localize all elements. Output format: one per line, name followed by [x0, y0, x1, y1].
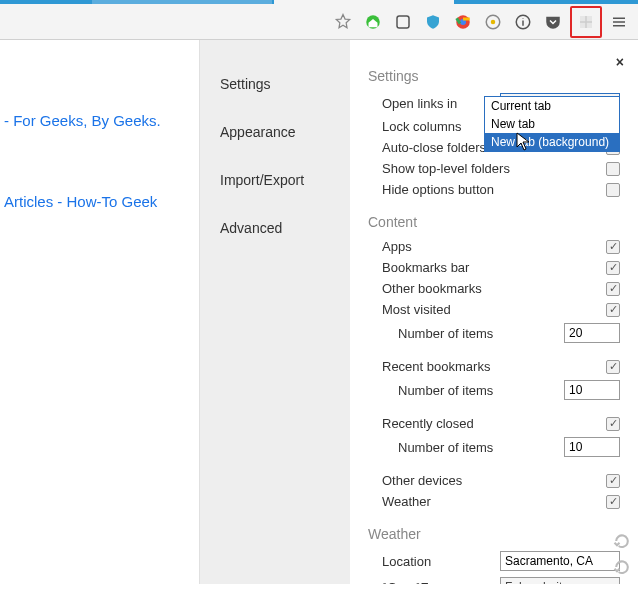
tab-new-tab[interactable]: New Tab ×: [274, 0, 454, 4]
checkbox-other-bookmarks[interactable]: [606, 282, 620, 296]
extension-dot-icon[interactable]: [480, 9, 506, 35]
page-content: - For Geeks, By Geeks. Articles - How-To…: [0, 40, 638, 584]
new-tab-left-column: - For Geeks, By Geeks. Articles - How-To…: [0, 40, 200, 584]
label-number-of-items: Number of items: [398, 383, 556, 398]
checkbox-other-devices[interactable]: [606, 474, 620, 488]
extension-pocket-icon[interactable]: [540, 9, 566, 35]
label-weather-unit: °C or °F: [382, 580, 492, 585]
svg-point-11: [491, 19, 496, 24]
options-sidebar: Settings Appearance Import/Export Advanc…: [200, 40, 350, 584]
section-heading-weather: Weather: [368, 526, 620, 542]
mouse-cursor-icon: [516, 132, 532, 156]
undo-button[interactable]: [610, 556, 634, 578]
checkbox-most-visited[interactable]: [606, 303, 620, 317]
label-recently-closed: Recently closed: [382, 416, 598, 431]
label-recent-bookmarks: Recent bookmarks: [382, 359, 598, 374]
dropdown-option[interactable]: New tab: [485, 115, 619, 133]
sidebar-item-advanced[interactable]: Advanced: [200, 204, 350, 252]
section-heading-settings: Settings: [368, 68, 620, 84]
checkbox-recently-closed[interactable]: [606, 417, 620, 431]
input-recent-bookmarks-count[interactable]: [564, 380, 620, 400]
label-open-links-in: Open links in: [382, 96, 492, 111]
label-show-top-level-folders: Show top-level folders: [382, 161, 598, 176]
browser-tabstrip: × Humble New Tab Page × New Tab × Lori: [0, 0, 638, 4]
label-other-bookmarks: Other bookmarks: [382, 281, 598, 296]
checkbox-apps[interactable]: [606, 240, 620, 254]
extension-humble-highlighted-icon[interactable]: [570, 6, 602, 38]
browser-toolbar: [0, 4, 638, 40]
extension-info-icon[interactable]: [510, 9, 536, 35]
svg-rect-7: [397, 16, 409, 28]
select-weather-unit[interactable]: Fahrenheit ▼: [500, 577, 620, 584]
bookmark-star-icon[interactable]: [330, 9, 356, 35]
input-weather-location[interactable]: [500, 551, 620, 571]
label-apps: Apps: [382, 239, 598, 254]
chevron-down-icon: ▼: [606, 582, 615, 584]
options-close-button[interactable]: ×: [616, 54, 624, 70]
select-value: Fahrenheit: [505, 580, 562, 584]
options-panel: Settings Appearance Import/Export Advanc…: [200, 40, 638, 584]
input-recently-closed-count[interactable]: [564, 437, 620, 457]
checkbox-recent-bookmarks[interactable]: [606, 360, 620, 374]
extension-shield-icon[interactable]: [420, 9, 446, 35]
section-heading-content: Content: [368, 214, 620, 230]
dropdown-option[interactable]: Current tab: [485, 97, 619, 115]
sidebar-item-import-export[interactable]: Import/Export: [200, 156, 350, 204]
undo-buttons: [610, 530, 634, 578]
tab-close-placeholder[interactable]: ×: [60, 0, 90, 4]
label-weather-location: Location: [382, 554, 492, 569]
open-links-dropdown[interactable]: Current tab New tab New tab (background): [484, 96, 620, 152]
link-item[interactable]: Articles - How-To Geek: [0, 181, 191, 222]
label-number-of-items: Number of items: [398, 326, 556, 341]
settings-body: × Settings Open links in Current tab ▼ L…: [350, 40, 638, 584]
browser-menu-icon[interactable]: [606, 9, 632, 35]
input-most-visited-count[interactable]: [564, 323, 620, 343]
label-number-of-items: Number of items: [398, 440, 556, 455]
extension-home-icon[interactable]: [360, 9, 386, 35]
tab-humble-new-tab[interactable]: Humble New Tab Page ×: [92, 0, 272, 4]
label-most-visited: Most visited: [382, 302, 598, 317]
sidebar-item-appearance[interactable]: Appearance: [200, 108, 350, 156]
checkbox-bookmarks-bar[interactable]: [606, 261, 620, 275]
sidebar-item-settings[interactable]: Settings: [200, 60, 350, 108]
label-weather: Weather: [382, 494, 598, 509]
extension-chrome-icon[interactable]: [450, 9, 476, 35]
link-item[interactable]: - For Geeks, By Geeks.: [0, 100, 191, 141]
label-other-devices: Other devices: [382, 473, 598, 488]
extension-square-icon[interactable]: [390, 9, 416, 35]
checkbox-show-top-level-folders[interactable]: [606, 162, 620, 176]
label-hide-options-button: Hide options button: [382, 182, 598, 197]
checkbox-hide-options-button[interactable]: [606, 183, 620, 197]
label-bookmarks-bar: Bookmarks bar: [382, 260, 598, 275]
undo-button[interactable]: [610, 530, 634, 552]
checkbox-weather[interactable]: [606, 495, 620, 509]
dropdown-option-selected[interactable]: New tab (background): [485, 133, 619, 151]
